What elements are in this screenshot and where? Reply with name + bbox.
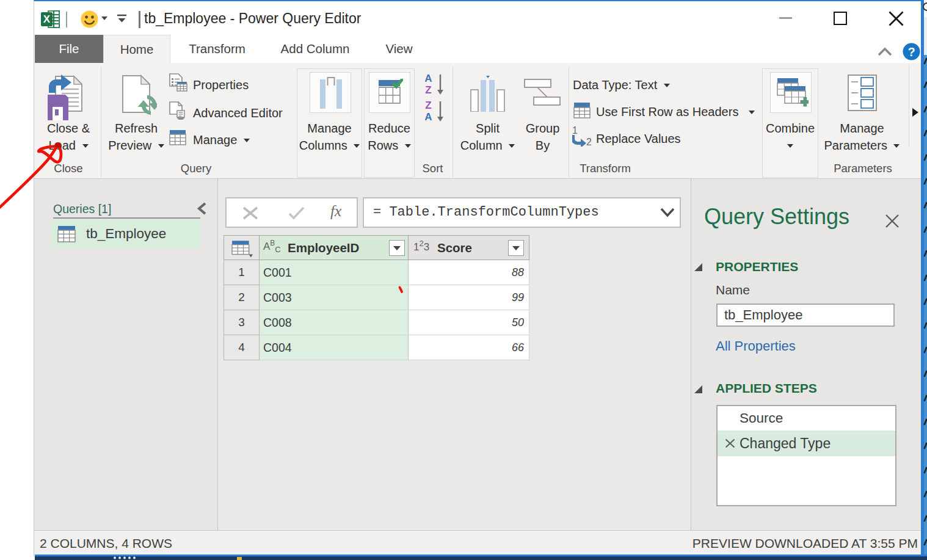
svg-text:?: ? bbox=[907, 45, 915, 59]
svg-text:X: X bbox=[43, 13, 51, 25]
svg-text:1: 1 bbox=[572, 126, 578, 136]
svg-text:2: 2 bbox=[586, 137, 592, 147]
